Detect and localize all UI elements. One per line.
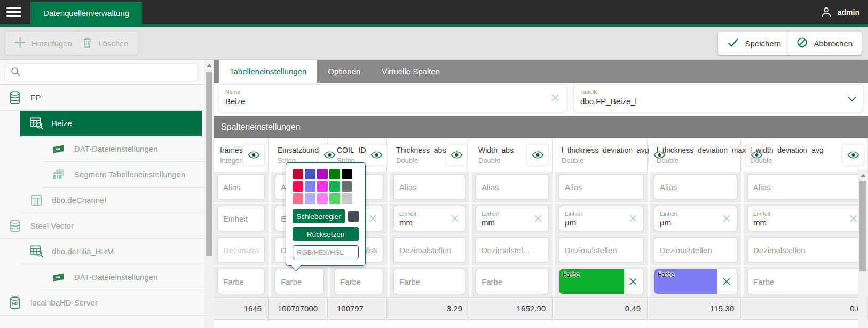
scrollbar-thumb[interactable]: [859, 181, 866, 271]
data-cell-coil-id: 100797: [330, 298, 387, 319]
farbe-input[interactable]: Farbe: [394, 269, 465, 294]
scrollbar-thumb[interactable]: [206, 72, 212, 256]
dezimalstellen-input[interactable]: Dezimalstellen: [654, 238, 737, 262]
name-field-label: Name: [225, 89, 561, 95]
tree-item-local-ibahd-server[interactable]: HDlocal ibaHD-Server: [0, 290, 204, 316]
color-swatch[interactable]: [293, 169, 303, 179]
einheit-input[interactable]: Einheitµm: [654, 206, 737, 231]
farbe-input[interactable]: Farbe: [335, 269, 383, 294]
einheit-label: Einheit: [482, 210, 499, 217]
einheit-input[interactable]: Einheit: [218, 206, 264, 231]
einheit-input[interactable]: Einheitµm: [559, 206, 643, 231]
eye-icon: [530, 151, 545, 159]
clear-icon[interactable]: [533, 214, 543, 223]
clear-icon[interactable]: [722, 277, 731, 286]
tree-item-steel-vector[interactable]: Steel Vector: [0, 213, 204, 239]
einheit-input[interactable]: Einheitmm: [394, 206, 465, 231]
tree-item-segment-tabelleneinstellungen[interactable]: Segment Tabelleneinstellungen: [43, 162, 204, 188]
chevron-down-icon[interactable]: [848, 95, 856, 104]
app-tab-datenquellenverwaltung[interactable]: Datenquellenverwaltung: [30, 2, 142, 24]
tree-item-dat-dateieinstellungen[interactable]: DAT-Dateieinstellungen: [43, 136, 204, 162]
einheit-value: mm: [753, 218, 770, 227]
dezimalstellen-input[interactable]: Dezimalstellen: [559, 238, 643, 262]
dezimalstellen-input[interactable]: Dezimalstellen: [394, 238, 465, 262]
alias-input[interactable]: Alias: [559, 175, 643, 199]
visibility-toggle-button[interactable]: [842, 144, 864, 166]
clear-icon[interactable]: [628, 277, 638, 286]
reset-button[interactable]: Rücksetzen: [293, 227, 359, 241]
tree-item-dbo-dechannel[interactable]: dbo.deChannel: [20, 188, 204, 213]
save-button[interactable]: Speichern: [718, 32, 790, 55]
name-field[interactable]: Name Beize: [219, 85, 567, 112]
dezimalstellen-input[interactable]: Dezimalstel...: [218, 238, 264, 262]
clear-icon[interactable]: [628, 214, 638, 223]
alias-input[interactable]: Alias: [748, 175, 864, 199]
farbe-input[interactable]: Farbe: [218, 269, 264, 294]
tree-item-fp[interactable]: FP: [0, 85, 204, 111]
color-swatch[interactable]: [317, 169, 328, 179]
color-swatch[interactable]: [329, 181, 340, 192]
visibility-toggle-button[interactable]: [527, 144, 548, 166]
alias-input[interactable]: Alias: [476, 175, 548, 199]
sidebar-scrollbar[interactable]: [204, 60, 214, 328]
alias-input[interactable]: Alias: [218, 175, 264, 199]
visibility-toggle-button[interactable]: [446, 144, 467, 166]
user-menu[interactable]: admin: [819, 0, 859, 24]
hamburger-menu-icon[interactable]: [6, 7, 21, 17]
slider-button[interactable]: Schieberegler: [293, 209, 345, 223]
dezimalstellen-input[interactable]: Dezimalstellen: [748, 238, 864, 262]
farbe-input[interactable]: Farbe: [559, 269, 643, 294]
clear-icon[interactable]: [450, 214, 460, 223]
color-swatch[interactable]: [305, 181, 315, 192]
tree-item-dat-dateieinstellungen[interactable]: DAT-Dateieinstellungen: [43, 264, 204, 290]
scroll-up-arrow[interactable]: [861, 174, 866, 177]
alias-input[interactable]: Alias: [394, 175, 465, 199]
tab-optionen[interactable]: Optionen: [317, 60, 371, 83]
alias-input[interactable]: Alias: [654, 175, 737, 199]
color-swatch[interactable]: [342, 181, 352, 192]
tree-item-label: DAT-Dateieinstellungen: [74, 144, 157, 153]
farbe-input[interactable]: Farbe: [748, 269, 864, 294]
sidebar-search[interactable]: [5, 64, 198, 81]
color-swatch[interactable]: [329, 193, 340, 204]
color-swatch[interactable]: [329, 169, 340, 179]
dezimalstellen-input[interactable]: Dezimalstel...: [476, 238, 548, 262]
clear-icon[interactable]: [550, 93, 560, 105]
clear-icon[interactable]: [849, 214, 858, 223]
color-value-input[interactable]: [293, 245, 359, 259]
clear-icon[interactable]: [368, 214, 377, 223]
color-swatch[interactable]: [317, 193, 328, 204]
selected-color-swatch[interactable]: Farbe: [559, 269, 624, 294]
color-swatch[interactable]: [293, 181, 303, 192]
color-swatch[interactable]: [305, 169, 315, 179]
color-swatch[interactable]: [342, 193, 352, 204]
data-preview-row[interactable]: 16451007970001007973.291652.900.49115.30…: [214, 297, 868, 320]
farbe-input[interactable]: Farbe: [476, 269, 548, 294]
color-swatch[interactable]: [342, 169, 352, 179]
color-preview-swatch[interactable]: [348, 211, 359, 222]
color-swatch[interactable]: [305, 193, 315, 204]
farbe-input[interactable]: Farbe: [275, 269, 323, 294]
section-title: Spalteneinstellungen: [221, 122, 301, 132]
add-button[interactable]: Hinzufügen: [5, 32, 81, 55]
color-swatch[interactable]: [293, 193, 303, 204]
tab-virtuelle-spalten[interactable]: Virtuelle Spalten: [371, 60, 451, 83]
scroll-up-arrow[interactable]: [207, 64, 212, 67]
cancel-button[interactable]: Abbrechen: [787, 32, 862, 55]
search-input[interactable]: [25, 68, 193, 77]
einheit-input[interactable]: Einheitmm: [748, 206, 864, 231]
einheit-input[interactable]: Einheitmm: [476, 206, 548, 231]
farbe-input[interactable]: Farbe: [654, 269, 737, 294]
selected-color-swatch[interactable]: Farbe: [654, 269, 717, 294]
table-select[interactable]: Tabelle dbo.FP_Beize_l: [574, 85, 863, 112]
tab-tabelleneinstellungen[interactable]: Tabelleneinstellungen: [219, 60, 317, 83]
tree-item-dbo-defilia-hrm[interactable]: dbo.deFilia_HRM: [20, 239, 204, 264]
grid-scrollbar[interactable]: [858, 170, 867, 328]
visibility-toggle-button[interactable]: [243, 144, 264, 166]
tree-item-beize[interactable]: Beize: [20, 111, 202, 136]
visibility-toggle-button[interactable]: [366, 144, 387, 166]
color-swatch[interactable]: [317, 181, 328, 192]
clear-icon[interactable]: [722, 214, 731, 223]
delete-button[interactable]: Löschen: [73, 32, 138, 55]
column-type: Double: [478, 157, 514, 165]
